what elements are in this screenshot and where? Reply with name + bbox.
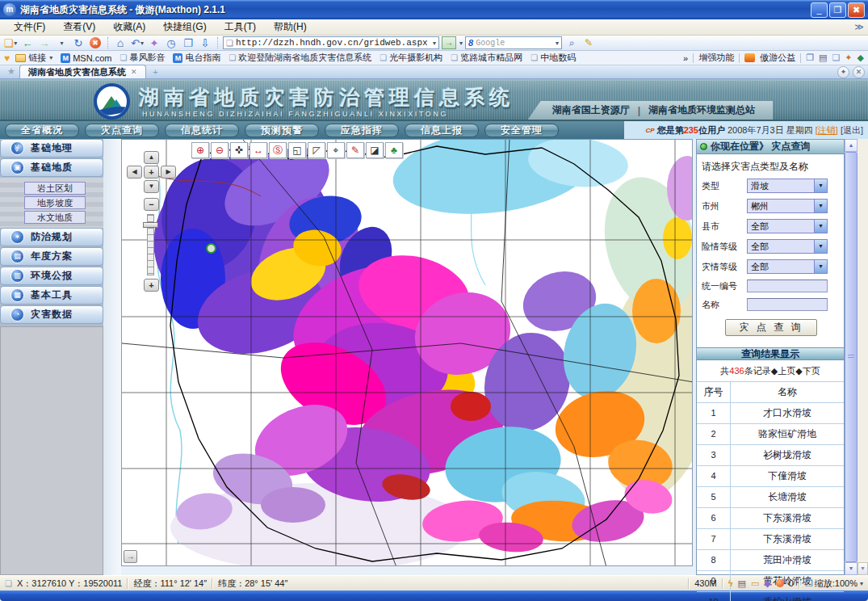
geological-map[interactable] bbox=[122, 140, 693, 566]
notes-icon[interactable]: ❏ bbox=[832, 53, 840, 63]
logout-link[interactable]: [注销] bbox=[816, 124, 838, 137]
url-input[interactable] bbox=[236, 38, 430, 48]
submenu-terrain-slope[interactable]: 地形坡度 bbox=[24, 196, 86, 209]
restore-button[interactable]: ❐ bbox=[829, 2, 846, 18]
submenu-hydrogeology[interactable]: 水文地质 bbox=[24, 211, 86, 224]
stop-button[interactable]: ✖ bbox=[88, 36, 103, 50]
printer-icon[interactable]: ▤ bbox=[738, 578, 746, 589]
popup-blocker-button[interactable]: ❐ bbox=[181, 36, 195, 50]
chevron-down-icon[interactable]: ▾ bbox=[814, 240, 827, 253]
undo-button[interactable]: ↶▾ bbox=[130, 36, 145, 50]
zoom-out-icon[interactable]: ⊖ bbox=[211, 142, 229, 158]
window-icon[interactable]: ▤ bbox=[819, 53, 827, 63]
exit-link[interactable]: [退出] bbox=[841, 124, 863, 137]
scroll-down-icon[interactable]: ▾ bbox=[845, 562, 858, 575]
home-button[interactable]: ⌂ bbox=[113, 36, 128, 50]
plugin-icon[interactable]: ◆ bbox=[764, 578, 770, 589]
gps-marker-icon[interactable] bbox=[206, 243, 216, 254]
new-tab-button[interactable]: ❏▾ bbox=[3, 36, 18, 50]
back-button[interactable]: ← bbox=[20, 36, 35, 50]
folder-icon[interactable]: ▭ bbox=[751, 578, 759, 589]
menu-view[interactable]: 查看(V) bbox=[54, 19, 104, 36]
proxy-icon[interactable]: ❐ bbox=[806, 53, 814, 63]
org-link-2[interactable]: 湖南省地质环境监测总站 bbox=[648, 103, 755, 117]
search-engine-dropdown-icon[interactable]: ▾ bbox=[556, 40, 559, 47]
layers-tree-icon[interactable]: ♣ bbox=[385, 142, 403, 158]
table-row[interactable]: 6下东溪滑坡 bbox=[697, 508, 844, 529]
favorites-star-icon[interactable]: ★ bbox=[3, 66, 19, 78]
chevron-down-icon[interactable]: ▾ bbox=[814, 260, 827, 273]
nav-tab-forecast[interactable]: 预测预警 bbox=[245, 124, 319, 137]
org-link-1[interactable]: 湖南省国土资源厅 bbox=[552, 103, 630, 117]
boost-icon[interactable]: ϟ bbox=[728, 578, 733, 588]
table-row[interactable]: 4下僮滑坡 bbox=[697, 466, 844, 487]
chevron-down-icon[interactable]: ▾ bbox=[814, 179, 827, 192]
bookmark-item[interactable]: ❏欢迎登陆湖南省地质灾害信息系统 bbox=[226, 52, 374, 64]
tab-close-icon[interactable]: ✕ bbox=[131, 68, 137, 76]
sidebar-item-annual-plan[interactable]: ▤ 年度方案 bbox=[0, 247, 103, 266]
measure-distance-icon[interactable]: ↔ bbox=[249, 142, 267, 158]
next-page-link[interactable]: ◆下页 bbox=[795, 366, 820, 376]
table-row[interactable]: 5长塘滑坡 bbox=[697, 487, 844, 508]
pan-down-icon[interactable]: ▼ bbox=[144, 180, 159, 193]
enhance-features-link[interactable]: 增强功能 bbox=[698, 52, 734, 64]
bookmark-item[interactable]: M电台指南 bbox=[170, 52, 223, 64]
sidebar-item-disaster-data[interactable]: ◔ 灾害数据 bbox=[0, 305, 103, 324]
disaster-query-button[interactable]: 灾 点 查 询 bbox=[725, 319, 817, 336]
charity-bowl-icon[interactable] bbox=[744, 53, 755, 62]
nav-tab-disaster-query[interactable]: 灾点查询 bbox=[85, 124, 159, 137]
risk-level-select[interactable]: 全部▾ bbox=[747, 239, 828, 254]
tab-close-all-icon[interactable]: ✕ bbox=[853, 66, 865, 78]
history-button[interactable]: ◷ bbox=[164, 36, 178, 50]
nav-tab-report[interactable]: 信息上报 bbox=[405, 124, 479, 137]
browser-scroll-down-icon[interactable]: ▾ bbox=[858, 562, 868, 575]
new-tab-plus-icon[interactable]: + bbox=[149, 67, 163, 78]
feed-icon[interactable]: ✦ bbox=[845, 53, 852, 63]
nav-tab-emergency[interactable]: 应急指挥 bbox=[325, 124, 399, 137]
menu-help[interactable]: 帮助(H) bbox=[265, 19, 316, 36]
maxthon-charity-link[interactable]: 傲游公益 bbox=[760, 52, 795, 64]
table-row[interactable]: 10香炉山滑坡 bbox=[697, 592, 844, 601]
nav-tab-security[interactable]: 安全管理 bbox=[484, 124, 559, 137]
menu-tools[interactable]: 工具(T) bbox=[216, 19, 265, 36]
bookmark-item[interactable]: ❏光年摄影机构 bbox=[377, 52, 445, 64]
chevron-down-icon[interactable]: ▾ bbox=[814, 220, 827, 233]
menu-groups[interactable]: 快捷组(G) bbox=[154, 19, 215, 36]
bookmark-item[interactable]: ❏览路城市精品网 bbox=[448, 52, 525, 64]
table-row[interactable]: 1才口水滑坡 bbox=[697, 403, 844, 424]
ad-blocker-icon[interactable] bbox=[776, 579, 784, 587]
zoom-window-icon[interactable]: ◱ bbox=[288, 142, 306, 158]
bookmark-item[interactable]: ❏暴风影音 bbox=[117, 52, 167, 64]
close-button[interactable]: ✖ bbox=[848, 2, 865, 18]
menu-file[interactable]: 文件(F) bbox=[5, 19, 54, 36]
scroll-thumb[interactable] bbox=[845, 152, 858, 562]
disaster-level-select[interactable]: 全部▾ bbox=[747, 259, 828, 274]
zoom-control[interactable]: ❐ 缩放:100% ▾ bbox=[805, 578, 863, 590]
zoom-slider-thumb[interactable] bbox=[143, 222, 158, 228]
nav-tab-statistics[interactable]: 信息统计 bbox=[165, 124, 239, 137]
highlight-button[interactable]: ✎ bbox=[581, 36, 596, 50]
search-input[interactable]: Google bbox=[476, 39, 552, 48]
favorites-heart-icon[interactable]: ♥ bbox=[4, 53, 10, 64]
pan-up-icon[interactable]: ▲ bbox=[144, 151, 159, 164]
minimize-button[interactable]: _ bbox=[811, 2, 828, 18]
refresh-button[interactable]: ↻ bbox=[71, 36, 86, 50]
table-row[interactable]: 3衫树垅滑坡 bbox=[697, 445, 844, 466]
menu-favorites[interactable]: 收藏(A) bbox=[104, 19, 154, 36]
eraser-icon[interactable]: ◪ bbox=[366, 142, 384, 158]
type-select[interactable]: 滑坡▾ bbox=[747, 179, 828, 193]
sidebar-item-basic-geology[interactable]: ▣ 基础地质 bbox=[0, 158, 103, 177]
go-dropdown-icon[interactable]: ▾ bbox=[459, 40, 463, 47]
go-button[interactable]: → bbox=[442, 36, 456, 49]
map-scroll-right-button[interactable]: → bbox=[124, 550, 137, 563]
unified-id-input[interactable] bbox=[747, 279, 828, 292]
identify-icon[interactable]: ⌖ bbox=[327, 142, 345, 158]
pan-center-icon[interactable]: + bbox=[144, 166, 159, 179]
table-row[interactable]: 7下东溪滑坡 bbox=[697, 529, 844, 550]
pan-right-icon[interactable]: ▶ bbox=[161, 166, 176, 179]
scroll-up-icon[interactable]: ▴ bbox=[845, 139, 858, 152]
chevron-down-icon[interactable]: ▾ bbox=[814, 200, 827, 212]
zoom-in-icon[interactable]: ⊕ bbox=[191, 142, 209, 158]
toolbar-collapse-icon[interactable]: ≫ bbox=[850, 22, 868, 32]
city-select[interactable]: 郴州▾ bbox=[747, 199, 828, 213]
